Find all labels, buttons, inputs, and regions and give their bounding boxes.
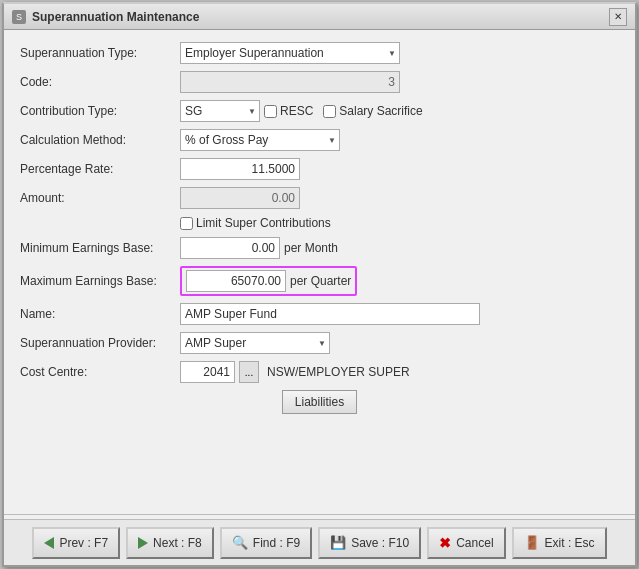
title-bar-left: S Superannuation Maintenance bbox=[12, 10, 199, 24]
code-row: Code: bbox=[20, 71, 619, 93]
super-provider-wrapper: AMP Super bbox=[180, 332, 330, 354]
next-label: Next : F8 bbox=[153, 536, 202, 550]
limit-super-row: Limit Super Contributions bbox=[20, 216, 619, 230]
prev-button[interactable]: Prev : F7 bbox=[32, 527, 120, 559]
cost-centre-row: Cost Centre: ... NSW/EMPLOYER SUPER bbox=[20, 361, 619, 383]
contribution-type-wrapper: SG bbox=[180, 100, 260, 122]
min-earnings-input[interactable] bbox=[180, 237, 280, 259]
contribution-type-row: Contribution Type: SG RESC Salary Sacrif… bbox=[20, 100, 619, 122]
cost-centre-browse-button[interactable]: ... bbox=[239, 361, 259, 383]
cost-centre-field-group: ... NSW/EMPLOYER SUPER bbox=[180, 361, 619, 383]
super-provider-row: Superannuation Provider: AMP Super bbox=[20, 332, 619, 354]
cost-centre-label: Cost Centre: bbox=[20, 365, 180, 379]
super-provider-label: Superannuation Provider: bbox=[20, 336, 180, 350]
min-earnings-label: Minimum Earnings Base: bbox=[20, 241, 180, 255]
cancel-label: Cancel bbox=[456, 536, 493, 550]
percentage-rate-label: Percentage Rate: bbox=[20, 162, 180, 176]
prev-icon bbox=[44, 537, 54, 549]
calculation-method-row: Calculation Method: % of Gross Pay Fixed… bbox=[20, 129, 619, 151]
min-earnings-row: Minimum Earnings Base: per Month bbox=[20, 237, 619, 259]
resc-label: RESC bbox=[280, 104, 313, 118]
superannuation-type-row: Superannuation Type: Employer Superannua… bbox=[20, 42, 619, 64]
save-button[interactable]: 💾 Save : F10 bbox=[318, 527, 421, 559]
window-icon: S bbox=[12, 10, 26, 24]
amount-label: Amount: bbox=[20, 191, 180, 205]
percentage-rate-input[interactable] bbox=[180, 158, 300, 180]
contribution-type-label: Contribution Type: bbox=[20, 104, 180, 118]
footer: Prev : F7 Next : F8 🔍 Find : F9 💾 Save :… bbox=[4, 519, 635, 565]
cost-centre-description: NSW/EMPLOYER SUPER bbox=[267, 365, 410, 379]
close-button[interactable]: ✕ bbox=[609, 8, 627, 26]
resc-checkbox[interactable] bbox=[264, 105, 277, 118]
exit-label: Exit : Esc bbox=[545, 536, 595, 550]
cost-centre-input[interactable] bbox=[180, 361, 235, 383]
liabilities-button[interactable]: Liabilities bbox=[282, 390, 357, 414]
liabilities-label: Liabilities bbox=[295, 395, 344, 409]
contribution-type-select[interactable]: SG bbox=[180, 100, 260, 122]
next-button[interactable]: Next : F8 bbox=[126, 527, 214, 559]
amount-row: Amount: bbox=[20, 187, 619, 209]
title-bar: S Superannuation Maintenance ✕ bbox=[4, 4, 635, 30]
calculation-method-select[interactable]: % of Gross Pay Fixed Amount bbox=[180, 129, 340, 151]
min-earnings-field-group: per Month bbox=[180, 237, 619, 259]
next-icon bbox=[138, 537, 148, 549]
calculation-method-wrapper: % of Gross Pay Fixed Amount bbox=[180, 129, 340, 151]
name-row: Name: bbox=[20, 303, 619, 325]
code-label: Code: bbox=[20, 75, 180, 89]
super-provider-field-group: AMP Super bbox=[180, 332, 619, 354]
max-earnings-highlighted: per Quarter bbox=[180, 266, 357, 296]
find-button[interactable]: 🔍 Find : F9 bbox=[220, 527, 312, 559]
superannuation-type-field-group: Employer Superannuation bbox=[180, 42, 619, 64]
calculation-method-label: Calculation Method: bbox=[20, 133, 180, 147]
form-content: Superannuation Type: Employer Superannua… bbox=[4, 30, 635, 506]
limit-super-label: Limit Super Contributions bbox=[196, 216, 331, 230]
name-label: Name: bbox=[20, 307, 180, 321]
max-earnings-input[interactable] bbox=[186, 270, 286, 292]
percentage-rate-row: Percentage Rate: bbox=[20, 158, 619, 180]
liabilities-row: Liabilities bbox=[20, 390, 619, 414]
footer-separator bbox=[4, 514, 635, 515]
salary-sacrifice-checkbox-wrapper: Salary Sacrifice bbox=[323, 104, 422, 118]
prev-label: Prev : F7 bbox=[59, 536, 108, 550]
cancel-button[interactable]: ✖ Cancel bbox=[427, 527, 505, 559]
find-icon: 🔍 bbox=[232, 535, 248, 550]
contribution-type-field-group: SG RESC Salary Sacrifice bbox=[180, 100, 619, 122]
window-title: Superannuation Maintenance bbox=[32, 10, 199, 24]
cancel-icon: ✖ bbox=[439, 535, 451, 551]
limit-super-checkbox[interactable] bbox=[180, 217, 193, 230]
salary-sacrifice-checkbox[interactable] bbox=[323, 105, 336, 118]
save-icon: 💾 bbox=[330, 535, 346, 550]
resc-checkbox-wrapper: RESC bbox=[264, 104, 313, 118]
superannuation-type-select[interactable]: Employer Superannuation bbox=[180, 42, 400, 64]
superannuation-type-label: Superannuation Type: bbox=[20, 46, 180, 60]
main-window: S Superannuation Maintenance ✕ Superannu… bbox=[2, 2, 637, 567]
max-earnings-label: Maximum Earnings Base: bbox=[20, 274, 180, 288]
superannuation-type-wrapper: Employer Superannuation bbox=[180, 42, 400, 64]
name-input[interactable] bbox=[180, 303, 480, 325]
max-earnings-period: per Quarter bbox=[290, 274, 351, 288]
limit-super-checkbox-wrapper: Limit Super Contributions bbox=[180, 216, 331, 230]
salary-sacrifice-label: Salary Sacrifice bbox=[339, 104, 422, 118]
amount-input bbox=[180, 187, 300, 209]
exit-button[interactable]: 🚪 Exit : Esc bbox=[512, 527, 607, 559]
min-earnings-period: per Month bbox=[284, 241, 338, 255]
calculation-method-field-group: % of Gross Pay Fixed Amount bbox=[180, 129, 619, 151]
find-label: Find : F9 bbox=[253, 536, 300, 550]
max-earnings-row: Maximum Earnings Base: per Quarter bbox=[20, 266, 619, 296]
code-input bbox=[180, 71, 400, 93]
super-provider-select[interactable]: AMP Super bbox=[180, 332, 330, 354]
save-label: Save : F10 bbox=[351, 536, 409, 550]
exit-icon: 🚪 bbox=[524, 535, 540, 550]
